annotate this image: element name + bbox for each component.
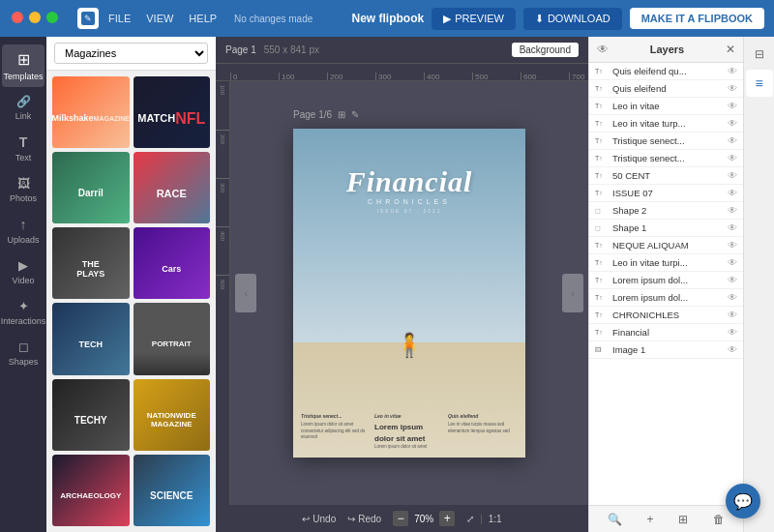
tool-shapes-label: Shapes xyxy=(9,357,39,367)
layer-item[interactable]: T↑ NEQUE ALIQUAM 👁 xyxy=(589,237,743,254)
layer-visibility-icon[interactable]: 👁 xyxy=(728,257,737,268)
fit-page-button[interactable]: ⤢ xyxy=(466,514,474,524)
layer-visibility-icon[interactable]: 👁 xyxy=(728,240,737,251)
layer-type: T↑ xyxy=(595,190,609,196)
layer-item[interactable]: T↑ Leo in vitae turp... 👁 xyxy=(589,115,743,133)
zoom-in-button[interactable]: + xyxy=(439,511,455,526)
layer-item[interactable]: T↑ Leo in vitae 👁 xyxy=(589,98,743,115)
tool-link[interactable]: 🔗 Link xyxy=(2,89,45,127)
layer-visibility-icon[interactable]: 👁 xyxy=(728,344,737,355)
layer-delete-button[interactable]: 🗑 xyxy=(713,513,725,526)
window-controls xyxy=(12,12,58,23)
template-card[interactable]: Darril xyxy=(52,152,130,223)
layers-title: Layers xyxy=(650,44,684,55)
page-next-button[interactable]: › xyxy=(562,274,583,312)
zoom-ratio-button[interactable]: 1:1 xyxy=(489,514,502,524)
template-card[interactable]: THEPLAYS xyxy=(52,227,130,299)
file-menu[interactable]: FILE xyxy=(108,13,131,24)
layer-visibility-icon[interactable]: 👁 xyxy=(728,83,737,94)
minimize-button[interactable] xyxy=(29,12,41,23)
layer-visibility-icon[interactable]: 👁 xyxy=(728,275,737,285)
layer-type: T↑ xyxy=(595,120,609,127)
layer-item[interactable]: T↑ Financial 👁 xyxy=(589,324,743,341)
chat-bubble[interactable]: 💬 xyxy=(726,484,760,518)
help-menu[interactable]: HELP xyxy=(189,13,217,24)
layer-type: T↑ xyxy=(595,311,609,318)
layer-visibility-icon[interactable]: 👁 xyxy=(728,66,737,76)
maximize-button[interactable] xyxy=(46,12,58,23)
template-card[interactable]: NATIONWIDEMAGAZINE xyxy=(134,379,211,451)
layer-item[interactable]: T↑ Quis eleifend 👁 xyxy=(589,80,743,98)
layer-visibility-icon[interactable]: 👁 xyxy=(728,188,737,198)
layer-visibility-icon[interactable]: 👁 xyxy=(728,101,737,111)
layer-name: Image 1 xyxy=(612,344,724,355)
layer-search-button[interactable]: 🔍 xyxy=(608,513,622,526)
template-card[interactable]: PORTRAIT xyxy=(134,303,211,374)
undo-button[interactable]: ↩ Undo xyxy=(302,514,336,524)
download-button[interactable]: ⬇ DOWNLOAD xyxy=(523,8,622,30)
template-card[interactable]: Milkshake MAGAZINE xyxy=(52,76,130,148)
layer-visibility-icon[interactable]: 👁 xyxy=(728,222,737,233)
layer-item[interactable]: T↑ CHRONICHLES 👁 xyxy=(589,307,743,324)
tool-video[interactable]: ▶ Video xyxy=(2,252,45,291)
preview-button[interactable]: ▶ PREVIEW xyxy=(432,8,516,30)
layer-visibility-icon[interactable]: 👁 xyxy=(728,135,737,146)
template-card[interactable]: TECHY xyxy=(52,379,130,451)
layer-visibility-icon[interactable]: 👁 xyxy=(728,118,737,129)
template-card[interactable]: Cars xyxy=(134,227,211,299)
zoom-out-button[interactable]: − xyxy=(393,511,408,526)
layer-item[interactable]: T↑ Leo in vitae turpi... 👁 xyxy=(589,254,743,272)
layer-visibility-icon[interactable]: 👁 xyxy=(728,205,737,216)
layer-name: Leo in vitae xyxy=(612,101,724,111)
template-card[interactable]: TECH xyxy=(52,303,130,374)
layer-visibility-icon[interactable]: 👁 xyxy=(728,292,737,303)
tool-uploads[interactable]: ↑ Uploads xyxy=(2,211,45,251)
tool-text[interactable]: T Text xyxy=(2,129,45,168)
tool-shapes[interactable]: ◻ Shapes xyxy=(2,334,45,372)
layer-item[interactable]: T↑ Tristique senect... 👁 xyxy=(589,150,743,167)
template-card[interactable]: RACE xyxy=(134,152,211,223)
layer-item[interactable]: ◻ Shape 2 👁 xyxy=(589,202,743,220)
template-card[interactable]: ARCHAEOLOGY xyxy=(52,455,130,526)
tool-templates-label: Templates xyxy=(3,72,43,81)
layer-item[interactable]: 🖼 Image 1 👁 xyxy=(589,341,743,359)
layer-item[interactable]: T↑ ISSUE 07 👁 xyxy=(589,185,743,202)
template-card[interactable]: MATCH NFL xyxy=(134,76,211,148)
tool-interactions[interactable]: ✦ Interactions xyxy=(2,293,45,332)
page-prev-button[interactable]: ‹ xyxy=(235,274,256,312)
tool-templates[interactable]: ⊞ Templates xyxy=(2,44,45,87)
template-card[interactable]: SCIENCE xyxy=(134,455,211,526)
layer-item[interactable]: T↑ Lorem ipsum dol... 👁 xyxy=(589,272,743,289)
view-menu[interactable]: VIEW xyxy=(146,13,173,24)
redo-button[interactable]: ↪ Redo xyxy=(347,514,381,524)
layer-add-button[interactable]: + xyxy=(647,513,654,526)
text-icon: T xyxy=(19,134,28,150)
tab-pages[interactable]: ⊟ xyxy=(746,41,773,68)
flipbook-button[interactable]: MAKE IT A FLIPBOOK xyxy=(630,8,764,29)
layer-visibility-icon[interactable]: 👁 xyxy=(728,327,737,338)
layer-item[interactable]: T↑ Tristique senect... 👁 xyxy=(589,133,743,150)
layer-item[interactable]: ◻ Shape 1 👁 xyxy=(589,220,743,237)
layers-list: T↑ Quis eleifend qu... 👁 T↑ Quis eleifen… xyxy=(589,63,743,505)
layer-type: 🖼 xyxy=(595,346,609,353)
layers-panel: 👁 Layers ✕ T↑ Quis eleifend qu... 👁 T↑ Q… xyxy=(588,37,743,532)
layer-name: ISSUE 07 xyxy=(612,188,724,198)
separator: | xyxy=(480,514,483,524)
layer-visibility-icon[interactable]: 👁 xyxy=(728,153,737,163)
layers-close-button[interactable]: ✕ xyxy=(726,43,735,56)
layer-name: Lorem ipsum dol... xyxy=(612,292,724,303)
tool-photos[interactable]: 🖼 Photos xyxy=(2,170,45,209)
layer-item[interactable]: T↑ 50 CENT 👁 xyxy=(589,167,743,185)
layer-visibility-icon[interactable]: 👁 xyxy=(728,170,737,181)
templates-dropdown[interactable]: Magazines Business Fashion Sports Tech xyxy=(54,43,208,64)
layer-group-button[interactable]: ⊞ xyxy=(678,513,688,526)
layer-name: 50 CENT xyxy=(612,170,724,181)
close-button[interactable] xyxy=(12,12,23,23)
layer-item[interactable]: T↑ Lorem ipsum dol... 👁 xyxy=(589,289,743,307)
layer-visibility-icon[interactable]: 👁 xyxy=(728,310,737,320)
tab-layers[interactable]: ≡ xyxy=(746,70,773,97)
video-icon: ▶ xyxy=(18,258,28,273)
canvas-main[interactable]: ‹ Page 1/6 ⊞ ✎ Financial xyxy=(230,81,588,505)
layer-type: T↑ xyxy=(595,68,609,74)
layer-item[interactable]: T↑ Quis eleifend qu... 👁 xyxy=(589,63,743,80)
